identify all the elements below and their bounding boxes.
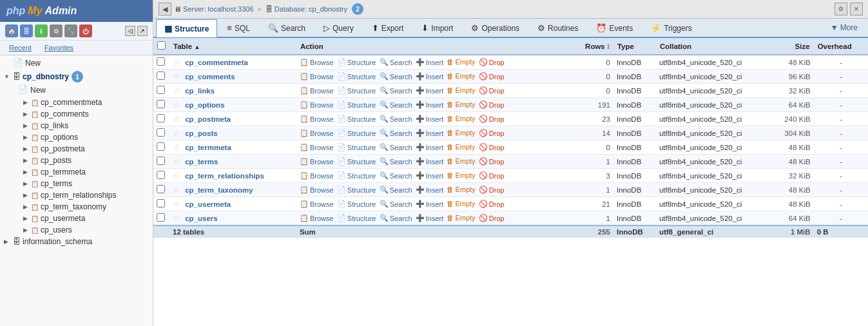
sidebar-table-cp_commentmeta[interactable]: ▶ 📋 cp_commentmeta (0, 97, 153, 108)
sidebar-info-schema[interactable]: ▶ 🗄 information_schema (0, 236, 153, 247)
drop-link-cp_term_relationships[interactable]: 🚫 Drop (479, 171, 505, 180)
insert-link-cp_options[interactable]: ➕ Insert (416, 101, 444, 109)
checkbox-cp_users[interactable] (157, 213, 165, 222)
search-link-cp_termmeta[interactable]: 🔍 Search (380, 143, 412, 151)
nav-tab-events[interactable]: ⏰Events (588, 19, 641, 37)
checkbox-cp_terms[interactable] (157, 157, 165, 165)
checkbox-cp_termmeta[interactable] (157, 142, 165, 151)
drop-link-cp_usermeta[interactable]: 🚫 Drop (479, 200, 505, 208)
nav-tab-export[interactable]: ⬆Export (363, 19, 412, 37)
table-link-cp_commentmeta[interactable]: cp_commentmeta (185, 59, 248, 66)
nav-tab-sql[interactable]: ≡SQL (218, 19, 258, 37)
drop-link-cp_terms[interactable]: 🚫 Drop (479, 157, 505, 166)
row-checkbox-cp_term_taxonomy[interactable] (153, 183, 169, 197)
sidebar-table-cp_links[interactable]: ▶ 📋 cp_links (0, 120, 153, 131)
empty-link-cp_term_taxonomy[interactable]: 🗑 Empty (447, 186, 475, 193)
browse-link-cp_commentmeta[interactable]: 📋 Browse (300, 58, 334, 66)
settings-icon[interactable]: ⚙ (50, 24, 63, 37)
table-link-cp_term_taxonomy[interactable]: cp_term_taxonomy (185, 186, 253, 194)
sidebar-table-cp_terms[interactable]: ▶ 📋 cp_terms (0, 178, 153, 189)
sidebar-table-cp_postmeta[interactable]: ▶ 📋 cp_postmeta (0, 143, 153, 155)
structure-link-cp_links[interactable]: 📄 Structure (337, 86, 376, 95)
structure-link-cp_termmeta[interactable]: 📄 Structure (337, 143, 376, 151)
drop-link-cp_users[interactable]: 🚫 Drop (479, 214, 505, 222)
search-link-cp_term_relationships[interactable]: 🔍 Search (380, 171, 412, 180)
nav-tab-triggers[interactable]: ⚡Triggers (642, 19, 700, 37)
browse-link-cp_links[interactable]: 📋 Browse (300, 86, 334, 95)
server-link[interactable]: Server: localhost:3306 (183, 5, 253, 13)
checkbox-cp_commentmeta[interactable] (157, 57, 165, 66)
settings-btn[interactable]: ⚙ (834, 3, 847, 15)
nav-back-icon[interactable]: ◀ (159, 3, 171, 15)
insert-link-cp_term_relationships[interactable]: ➕ Insert (416, 171, 444, 180)
star-icon-cp_term_relationships[interactable]: ☆ (173, 171, 180, 180)
drop-link-cp_links[interactable]: 🚫 Drop (479, 86, 505, 95)
tab-recent[interactable]: Recent (3, 42, 38, 53)
search-link-cp_commentmeta[interactable]: 🔍 Search (380, 58, 412, 66)
logout-icon[interactable]: ⏻ (79, 24, 92, 37)
star-icon-cp_links[interactable]: ☆ (173, 86, 180, 95)
star-icon-cp_postmeta[interactable]: ☆ (173, 114, 180, 124)
search-link-cp_usermeta[interactable]: 🔍 Search (380, 200, 412, 208)
empty-link-cp_options[interactable]: 🗑 Empty (447, 101, 475, 108)
insert-link-cp_links[interactable]: ➕ Insert (416, 86, 444, 95)
sidebar-table-cp_term_taxonomy[interactable]: ▶ 📋 cp_term_taxonomy (0, 201, 153, 213)
empty-link-cp_termmeta[interactable]: 🗑 Empty (447, 143, 475, 151)
browse-link-cp_terms[interactable]: 📋 Browse (300, 157, 334, 166)
structure-link-cp_users[interactable]: 📄 Structure (337, 214, 376, 222)
drop-link-cp_postmeta[interactable]: 🚫 Drop (479, 115, 505, 123)
checkbox-cp_term_relationships[interactable] (157, 171, 165, 179)
checkbox-cp_postmeta[interactable] (157, 114, 165, 122)
nav-tab-operations[interactable]: ⚙Operations (463, 19, 528, 37)
table-link-cp_termmeta[interactable]: cp_termmeta (185, 144, 231, 151)
table-link-cp_term_relationships[interactable]: cp_term_relationships (185, 172, 264, 180)
structure-link-cp_comments[interactable]: 📄 Structure (337, 72, 376, 81)
browse-link-cp_usermeta[interactable]: 📋 Browse (300, 200, 334, 208)
empty-link-cp_term_relationships[interactable]: 🗑 Empty (447, 171, 475, 179)
browse-link-cp_term_relationships[interactable]: 📋 Browse (300, 171, 334, 180)
empty-link-cp_commentmeta[interactable]: 🗑 Empty (447, 58, 475, 66)
table-link-cp_terms[interactable]: cp_terms (185, 158, 218, 166)
insert-link-cp_terms[interactable]: ➕ Insert (416, 157, 444, 166)
search-link-cp_terms[interactable]: 🔍 Search (380, 157, 412, 166)
insert-link-cp_comments[interactable]: ➕ Insert (416, 72, 444, 81)
drop-link-cp_options[interactable]: 🚫 Drop (479, 101, 505, 109)
insert-link-cp_postmeta[interactable]: ➕ Insert (416, 115, 444, 123)
sidebar-table-cp_options[interactable]: ▶ 📋 cp_options (0, 131, 153, 143)
insert-link-cp_users[interactable]: ➕ Insert (416, 214, 444, 222)
sidebar-table-cp_termmeta[interactable]: ▶ 📋 cp_termmeta (0, 166, 153, 178)
empty-link-cp_usermeta[interactable]: 🗑 Empty (447, 200, 475, 207)
browse-link-cp_term_taxonomy[interactable]: 📋 Browse (300, 186, 334, 194)
table-link-cp_posts[interactable]: cp_posts (185, 129, 218, 137)
nav-tab-structure[interactable]: ▦Structure (156, 19, 217, 37)
browse-link-cp_users[interactable]: 📋 Browse (300, 214, 334, 222)
table-link-cp_links[interactable]: cp_links (185, 87, 215, 95)
row-checkbox-cp_options[interactable] (153, 98, 169, 112)
sidebar-db-new[interactable]: 📄 New (0, 84, 153, 97)
checkbox-cp_usermeta[interactable] (157, 199, 165, 207)
checkbox-cp_term_taxonomy[interactable] (157, 185, 165, 193)
star-icon-cp_term_taxonomy[interactable]: ☆ (173, 185, 180, 195)
home-icon[interactable]: 🏠 (5, 24, 18, 37)
search-link-cp_postmeta[interactable]: 🔍 Search (380, 115, 412, 123)
empty-link-cp_users[interactable]: 🗑 Empty (447, 214, 475, 222)
drop-link-cp_comments[interactable]: 🚫 Drop (479, 72, 505, 81)
row-checkbox-cp_comments[interactable] (153, 70, 169, 84)
table-link-cp_comments[interactable]: cp_comments (185, 73, 235, 81)
empty-link-cp_terms[interactable]: 🗑 Empty (447, 157, 475, 165)
star-icon-cp_commentmeta[interactable]: ☆ (173, 57, 180, 67)
search-link-cp_options[interactable]: 🔍 Search (380, 101, 412, 109)
drop-link-cp_posts[interactable]: 🚫 Drop (479, 129, 505, 137)
row-checkbox-cp_links[interactable] (153, 84, 169, 98)
close-btn[interactable]: ✕ (850, 3, 863, 15)
search-link-cp_comments[interactable]: 🔍 Search (380, 72, 412, 81)
row-checkbox-cp_terms[interactable] (153, 155, 169, 169)
structure-link-cp_term_taxonomy[interactable]: 📄 Structure (337, 186, 376, 194)
sidebar-table-cp_users[interactable]: ▶ 📋 cp_users (0, 224, 153, 236)
table-link-cp_users[interactable]: cp_users (185, 215, 218, 222)
insert-link-cp_commentmeta[interactable]: ➕ Insert (416, 58, 444, 66)
sidebar-new-top[interactable]: 📄 New (0, 57, 153, 70)
nav-tab-more[interactable]: ▼More (823, 19, 865, 36)
browse-link-cp_termmeta[interactable]: 📋 Browse (300, 143, 334, 151)
empty-link-cp_postmeta[interactable]: 🗑 Empty (447, 115, 475, 122)
